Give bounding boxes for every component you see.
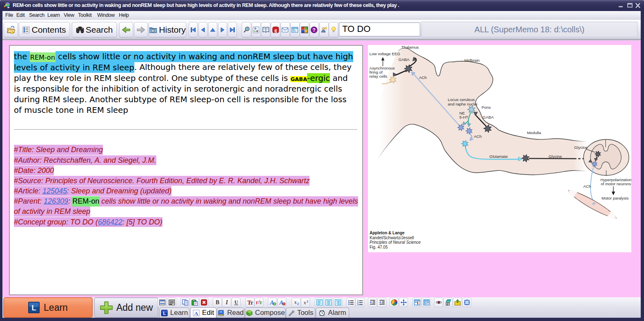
- learn-button[interactable]: L Learn: [3, 297, 93, 318]
- grow-font-button[interactable]: [268, 298, 277, 307]
- numbered-list-button[interactable]: [355, 298, 364, 307]
- html-component[interactable]: the REM-on cells show little or no activ…: [9, 45, 363, 295]
- tab-read[interactable]: Read: [217, 308, 245, 318]
- search-button[interactable]: Search: [72, 22, 117, 37]
- contents-icon: [22, 26, 30, 34]
- font-button[interactable]: [245, 298, 254, 307]
- color-icon-part: [391, 300, 397, 305]
- contents-button[interactable]: Contents: [19, 22, 70, 37]
- help-button[interactable]: [310, 22, 319, 37]
- italic-button[interactable]: [222, 298, 231, 307]
- element-source-button[interactable]: [167, 298, 176, 307]
- layout-button[interactable]: [422, 298, 431, 307]
- tip-button[interactable]: [329, 22, 338, 37]
- diagram-label: ACh: [583, 184, 591, 189]
- back-button[interactable]: [119, 22, 133, 37]
- menu-window[interactable]: Window: [97, 12, 115, 18]
- maximize-component-button[interactable]: [462, 298, 471, 307]
- align-right-button[interactable]: [333, 298, 342, 307]
- import-button[interactable]: [453, 298, 462, 307]
- menu-toolkit[interactable]: Toolkit: [78, 12, 91, 18]
- element-template-button[interactable]: [158, 298, 167, 307]
- google-button[interactable]: [271, 22, 280, 37]
- bold-button[interactable]: [213, 298, 222, 307]
- next-element-button[interactable]: [218, 22, 227, 37]
- search-elements-button[interactable]: [242, 22, 251, 37]
- menu-edit[interactable]: Edit: [16, 12, 25, 18]
- menu-help[interactable]: Help: [119, 12, 129, 18]
- history-icon: [149, 26, 157, 34]
- color-button[interactable]: [390, 298, 399, 307]
- font-size-icon: [256, 299, 263, 306]
- open-collection-button[interactable]: [4, 22, 18, 37]
- tab-read-icon-part: [218, 310, 223, 315]
- statistics-button[interactable]: [300, 22, 309, 37]
- tasklist-icon-part-part: [292, 27, 298, 32]
- close-button[interactable]: [634, 2, 642, 9]
- tip-icon: [330, 26, 337, 34]
- duplicate-button[interactable]: [443, 298, 452, 307]
- back-arrow-icon-part: [122, 26, 131, 34]
- open-collection-icon: [7, 25, 15, 34]
- image-component[interactable]: ThalamusLow voltage EEGGABAMidbrainAsync…: [368, 45, 631, 252]
- forward-arrow-icon-part-part: [137, 27, 145, 33]
- outdent-button[interactable]: [368, 298, 377, 307]
- grow-font-icon-part: [269, 299, 276, 306]
- forward-arrow-icon: [136, 26, 145, 34]
- align-center-button[interactable]: [324, 298, 333, 307]
- reference-link[interactable]: 686422: [98, 217, 123, 227]
- menu-search[interactable]: Search: [29, 12, 45, 18]
- reference-link[interactable]: 125045: [42, 186, 67, 196]
- last-element-button[interactable]: [228, 22, 237, 37]
- first-element-button[interactable]: [189, 22, 198, 37]
- highlight-span: #Author: Rechtschaffen, A. and Siegel, J…: [14, 155, 156, 165]
- translate-button[interactable]: [252, 22, 261, 37]
- tab-tools[interactable]: Tools: [286, 308, 315, 318]
- maximize-button[interactable]: [626, 2, 634, 9]
- italic-icon-part: [225, 299, 228, 305]
- parent-element-button[interactable]: [208, 22, 217, 37]
- split-view-button[interactable]: [412, 298, 421, 307]
- email-button[interactable]: [281, 22, 290, 37]
- move-button[interactable]: [399, 298, 408, 307]
- tab-alarm[interactable]: Alarm: [316, 308, 349, 318]
- align-left-button[interactable]: [315, 298, 324, 307]
- add-new-button[interactable]: Add new: [94, 297, 158, 318]
- indent-button[interactable]: [377, 298, 386, 307]
- previous-element-button[interactable]: [198, 22, 207, 37]
- history-button[interactable]: History: [149, 22, 186, 37]
- underline-button[interactable]: [232, 298, 241, 307]
- delete-button[interactable]: [199, 298, 208, 307]
- tasklist-button[interactable]: [290, 22, 300, 37]
- element-source-icon: [168, 299, 175, 306]
- font-size-button[interactable]: [254, 298, 263, 307]
- menu-learn[interactable]: Learn: [47, 12, 60, 18]
- highlight-span: #Parent:: [14, 196, 44, 206]
- copy-button[interactable]: [180, 298, 189, 307]
- shrink-font-button[interactable]: [277, 298, 286, 307]
- search-button-label: Search: [86, 25, 113, 35]
- tab-edit[interactable]: Edit: [190, 308, 216, 318]
- minimize-button[interactable]: [617, 2, 625, 9]
- title-bar[interactable]: REM-on cells show little or no activity …: [0, 0, 644, 11]
- subscript-button[interactable]: [292, 298, 301, 307]
- concept-search-input[interactable]: [339, 22, 420, 36]
- highlight-span: :: [68, 196, 72, 206]
- minimize-button-part-part: [619, 6, 623, 7]
- paste-button[interactable]: [190, 298, 199, 307]
- menu-file[interactable]: File: [5, 12, 13, 18]
- dictionary-button[interactable]: [261, 22, 270, 37]
- tab-learn[interactable]: Learn: [159, 308, 189, 318]
- superscript-button[interactable]: [301, 298, 310, 307]
- contact-button[interactable]: [319, 22, 329, 37]
- bullet-list-button[interactable]: [346, 298, 355, 307]
- reference-link[interactable]: 126309: [44, 196, 68, 206]
- forward-button[interactable]: [134, 22, 148, 37]
- highlight-span: cells show little or no activity in waki…: [99, 196, 358, 206]
- tab-compose[interactable]: Compose: [245, 308, 285, 318]
- supermemo-app-icon-part: [4, 7, 5, 8]
- preview-button[interactable]: [434, 298, 443, 307]
- menu-view[interactable]: View: [64, 12, 74, 18]
- font-icon: [247, 299, 254, 306]
- element-template-icon: [159, 299, 166, 306]
